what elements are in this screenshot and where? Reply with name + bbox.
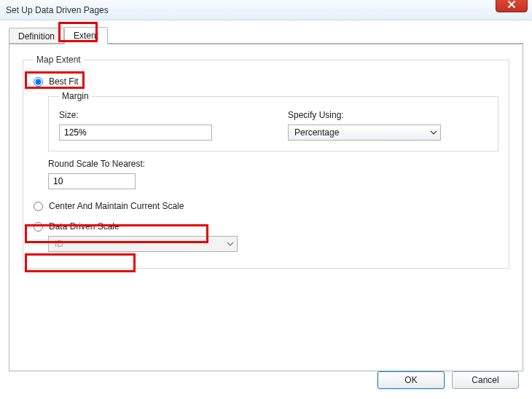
size-label: Size: xyxy=(59,110,259,120)
cancel-button[interactable]: Cancel xyxy=(452,371,519,389)
tab-strip: Definition Extent xyxy=(0,20,532,44)
margin-group: Margin Size: Specify Using: Percentage xyxy=(48,91,498,151)
radio-best-fit[interactable] xyxy=(34,77,43,87)
radio-data-driven-scale-label: Data Driven Scale xyxy=(49,221,120,232)
margin-legend: Margin xyxy=(59,91,92,101)
map-extent-group: Map Extent Best Fit Margin Size: Specify… xyxy=(23,55,509,269)
radio-best-fit-row: Best Fit xyxy=(34,76,498,87)
specify-using-label: Specify Using: xyxy=(288,110,488,120)
radio-data-driven-scale-row: Data Driven Scale xyxy=(34,221,498,232)
round-scale-block: Round Scale To Nearest: xyxy=(48,159,498,189)
tab-definition-label: Definition xyxy=(18,31,55,42)
radio-best-fit-label: Best Fit xyxy=(49,76,79,87)
round-scale-label: Round Scale To Nearest: xyxy=(48,159,498,169)
map-extent-legend: Map Extent xyxy=(34,55,84,65)
close-button[interactable] xyxy=(496,0,528,12)
ok-button-label: OK xyxy=(404,375,417,385)
specify-using-select[interactable]: Percentage xyxy=(288,125,441,141)
tab-extent[interactable]: Extent xyxy=(64,27,108,44)
radio-center-maintain-row: Center And Maintain Current Scale xyxy=(34,201,498,211)
chevron-down-icon xyxy=(227,240,234,248)
radio-center-maintain-label: Center And Maintain Current Scale xyxy=(49,201,184,211)
radio-center-maintain[interactable] xyxy=(34,202,43,211)
size-input[interactable] xyxy=(59,125,212,141)
cancel-button-label: Cancel xyxy=(472,375,498,385)
data-driven-scale-field-value: ID xyxy=(55,239,63,249)
tab-definition[interactable]: Definition xyxy=(9,28,64,44)
close-icon xyxy=(507,0,516,9)
dialog-footer: OK Cancel xyxy=(378,371,519,389)
chevron-down-icon xyxy=(430,129,437,136)
round-scale-input[interactable] xyxy=(48,173,136,189)
specify-using-value: Percentage xyxy=(294,127,339,138)
window-title: Set Up Data Driven Pages xyxy=(6,5,109,15)
tab-extent-label: Extent xyxy=(74,31,98,41)
data-driven-scale-field-select[interactable]: ID xyxy=(48,236,238,252)
ok-button[interactable]: OK xyxy=(378,371,445,389)
titlebar: Set Up Data Driven Pages xyxy=(0,0,532,20)
radio-data-driven-scale[interactable] xyxy=(34,222,43,232)
dialog-panel: Map Extent Best Fit Margin Size: Specify… xyxy=(9,44,523,371)
